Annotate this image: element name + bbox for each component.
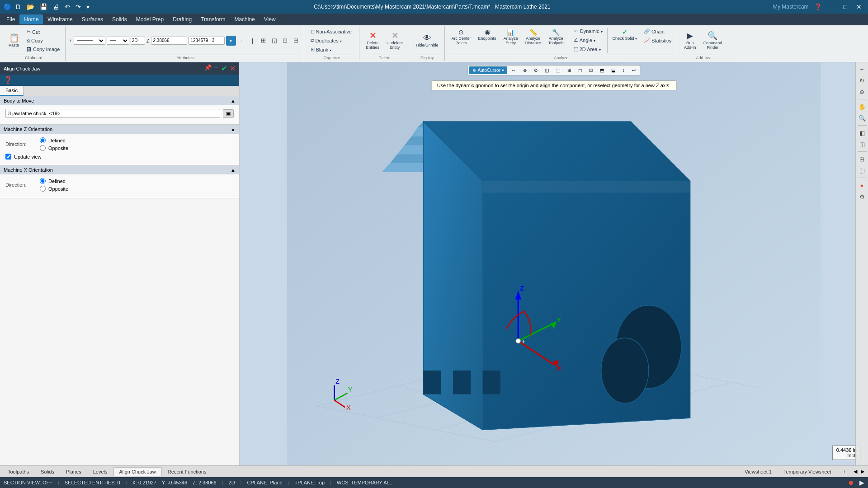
body-select-btn[interactable]: ▣ <box>223 109 234 118</box>
point-style-btn[interactable]: · <box>237 36 247 46</box>
undo-btn[interactable]: ↶ <box>63 2 72 11</box>
panel-pin-btn[interactable]: 📌 <box>204 64 212 73</box>
machine-x-header[interactable]: Machine X Orientation ▲ <box>0 165 239 174</box>
vp-zoom-in[interactable]: + <box>857 64 867 74</box>
panel-cancel-btn[interactable]: ✕ <box>230 64 236 73</box>
vp-view-select[interactable]: ⊞ <box>857 154 867 164</box>
delete-entities-btn[interactable]: ✕ DeleteEntities <box>363 30 383 52</box>
vp-section[interactable]: ⬚ <box>857 165 867 175</box>
coord-input[interactable] <box>189 37 225 45</box>
analyze-distance-btn[interactable]: 📏 AnalyzeDistance <box>522 27 544 47</box>
section-view-status[interactable]: SECTION VIEW: OFF <box>4 480 52 485</box>
menu-solids[interactable]: Solids <box>108 14 132 24</box>
blank-btn[interactable]: ⊡Blank ▾ <box>308 45 335 54</box>
menu-file[interactable]: File <box>2 14 19 24</box>
vp-zoom[interactable]: 🔍 <box>857 113 867 123</box>
redo-btn[interactable]: ↷ <box>74 2 83 11</box>
close-btn[interactable]: ✕ <box>854 2 864 11</box>
surface-btn[interactable]: ◱ <box>269 36 279 46</box>
copy-btn[interactable]: ⎘Copy <box>24 37 62 45</box>
add-viewsheet-btn[interactable]: + <box>837 467 852 476</box>
z-defined-radio[interactable] <box>40 137 46 143</box>
body-to-move-header[interactable]: Body to Move ▲ <box>0 96 239 105</box>
maximize-btn[interactable]: □ <box>841 2 850 11</box>
vp-shading[interactable]: ◧ <box>857 128 867 138</box>
wcs-status[interactable]: WCS: TEMPORARY AL... <box>337 480 394 485</box>
autocursor-btn[interactable]: 🖱 AutoCursor ▾ <box>469 66 507 74</box>
analyze-toolpath-btn[interactable]: 🔧 AnalyzeToolpath <box>545 27 567 47</box>
x-defined-radio[interactable] <box>40 178 46 184</box>
vt-btn-3[interactable]: ⊕ <box>520 66 530 74</box>
panel-ok-btn[interactable]: ✔ <box>221 64 227 73</box>
z-opposite-radio[interactable] <box>40 145 46 151</box>
vt-btn-11[interactable]: ⬓ <box>608 66 618 74</box>
vt-btn-10[interactable]: ⬒ <box>597 66 607 74</box>
vt-btn-4[interactable]: ⊙ <box>531 66 541 74</box>
color-btn[interactable]: ● <box>226 36 236 46</box>
mode-status[interactable]: 2D <box>229 480 235 485</box>
paste-btn[interactable]: 📋 Paste <box>5 32 23 49</box>
dynamic-btn[interactable]: 〰Dynamic ▾ <box>571 27 605 35</box>
menu-wireframe[interactable]: Wireframe <box>43 14 77 24</box>
toolpaths-tab[interactable]: Toolpaths <box>2 467 35 476</box>
hatch-btn[interactable]: ⊞ <box>259 36 269 46</box>
vt-btn-13[interactable]: ↩ <box>629 66 639 74</box>
tab-basic[interactable]: Basic <box>0 86 24 96</box>
menu-view[interactable]: View <box>259 14 280 24</box>
menu-machine[interactable]: Machine <box>230 14 259 24</box>
vt-btn-6[interactable]: ⬚ <box>553 66 563 74</box>
qat-more-btn[interactable]: ▾ <box>85 2 91 11</box>
panel-minimize-btn[interactable]: ─ <box>214 64 218 73</box>
copy-image-btn[interactable]: 🖼Copy Image <box>24 45 62 53</box>
tplane-status[interactable]: TPLANE: Top <box>295 480 325 485</box>
line-end-btn[interactable]: | <box>248 36 258 46</box>
vp-pan[interactable]: ✋ <box>857 102 867 112</box>
model-viewport[interactable]: Z Y X + Z Y X <box>240 62 868 465</box>
menu-transform[interactable]: Transform <box>196 14 230 24</box>
levels-tab[interactable]: Levels <box>87 467 113 476</box>
arc-center-points-btn[interactable]: ⊙ Arc CenterPoints <box>448 27 474 47</box>
vp-snap[interactable]: ● <box>857 180 867 190</box>
line-style-select[interactable]: ───── <box>74 37 105 45</box>
chain-btn[interactable]: 🔗Chain <box>641 27 674 36</box>
run-addin-btn[interactable]: ▶ RunAdd-In <box>681 30 699 52</box>
qat-icons[interactable]: 🔵 🗋 📂 💾 🖨 ↶ ↷ ▾ <box>4 2 91 11</box>
cplane-status[interactable]: CPLANE: Plane <box>247 480 282 485</box>
menu-surfaces[interactable]: Surfaces <box>77 14 108 24</box>
minimize-btn[interactable]: ─ <box>827 2 837 11</box>
z-input[interactable] <box>151 37 187 45</box>
scroll-left-btn[interactable]: ◀ <box>852 469 859 474</box>
non-associative-btn[interactable]: ◻Non-Associative <box>308 27 354 36</box>
temp-viewsheet-tab[interactable]: Temporary Viewsheet <box>778 467 837 476</box>
scroll-right-btn[interactable]: ▶ <box>859 469 866 474</box>
vt-btn-9[interactable]: ⊡ <box>586 66 596 74</box>
open-file-btn[interactable]: 📂 <box>25 2 36 11</box>
viewsheet1-tab[interactable]: Viewsheet 1 <box>739 467 778 476</box>
vp-fit[interactable]: ⊕ <box>857 87 867 97</box>
vp-wireframe[interactable]: ◫ <box>857 139 867 149</box>
help-icon[interactable]: ❓ <box>4 76 13 84</box>
recent-functions-tab[interactable]: Recent Functions <box>162 467 212 476</box>
my-mastercam-link[interactable]: My Mastercam <box>773 4 809 10</box>
line-width-select[interactable]: ── <box>107 37 129 45</box>
vt-btn-5[interactable]: ◫ <box>542 66 552 74</box>
body-input[interactable] <box>5 109 220 118</box>
endpoints-btn[interactable]: ◉ Endpoints <box>475 27 500 42</box>
undelete-entity-btn[interactable]: ✕ UndeleteEntity <box>383 30 406 52</box>
viewport[interactable]: 🖱 AutoCursor ▾ ↔ ⊕ ⊙ ◫ ⬚ ⊞ ◻ ⊡ ⬒ ⬓ ↕ ↩ U… <box>240 62 868 465</box>
vp-rotate[interactable]: ↻ <box>857 75 867 85</box>
align-chuck-jaw-tab[interactable]: Align Chuck Jaw <box>113 467 162 476</box>
help-icon[interactable]: ❓ <box>814 3 822 10</box>
attr2-btn[interactable]: ⊟ <box>291 36 301 46</box>
vt-btn-2[interactable]: ↔ <box>508 66 519 74</box>
new-file-btn[interactable]: 🗋 <box>13 2 23 11</box>
2d-area-btn[interactable]: ⬚2D Area ▾ <box>571 45 605 53</box>
x-opposite-radio[interactable] <box>40 186 46 192</box>
vt-btn-7[interactable]: ⊞ <box>564 66 574 74</box>
solids-tab[interactable]: Solids <box>35 467 60 476</box>
command-finder-btn[interactable]: 🔍 CommandFinder <box>700 30 726 52</box>
hide-unhide-btn[interactable]: 👁 Hide/Unhide <box>413 32 442 49</box>
menu-model-prep[interactable]: Model Prep <box>132 14 168 24</box>
machine-z-header[interactable]: Machine Z Orientation ▲ <box>0 125 239 134</box>
print-btn[interactable]: 🖨 <box>51 2 61 11</box>
